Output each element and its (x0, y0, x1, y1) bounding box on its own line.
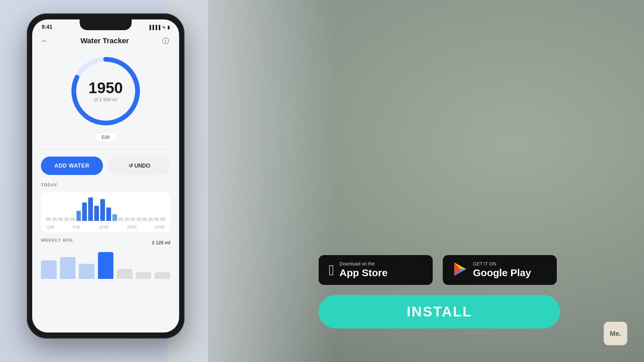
weekly-bar (155, 272, 170, 279)
today-bar (82, 202, 87, 221)
today-bar (137, 218, 141, 221)
me-badge-label: Me. (610, 330, 621, 338)
battery-icon: ▮ (167, 25, 170, 30)
weekly-header: WEEKLY AVG. 2 125 ml (41, 238, 170, 247)
apple-icon:  (329, 263, 334, 278)
phone-frame: 9:41 ▐▐▐▐ ∿ ▮ ← Water Tracker ⓘ (27, 13, 184, 339)
today-bar (52, 218, 57, 221)
weekly-value: 2 125 ml (152, 240, 170, 245)
app-header: ← Water Tracker ⓘ (32, 33, 179, 51)
app-store-small-text: Download on the (339, 261, 387, 267)
today-bar (58, 218, 63, 221)
phone-notch (80, 19, 132, 30)
status-icons: ▐▐▐▐ ∿ ▮ (148, 25, 170, 30)
weekly-bar (79, 264, 95, 279)
signal-icon: ▐▐▐▐ (148, 25, 160, 30)
water-progress-circle: 1950 of 2 500 ml (69, 54, 143, 128)
app-store-text: Download on the App Store (339, 261, 387, 279)
today-bar (88, 197, 93, 221)
chart-time-label: 12:00 (99, 225, 108, 229)
undo-button[interactable]: ↺ UNDO (108, 157, 170, 175)
today-bar (64, 218, 69, 221)
google-play-icon (453, 262, 468, 279)
today-bar (94, 206, 99, 221)
today-section-title: TODAY (41, 182, 170, 187)
app-store-big-text: App Store (339, 267, 387, 279)
today-bar (106, 207, 111, 221)
today-bar (76, 211, 81, 221)
status-time: 9:41 (42, 24, 52, 30)
install-button[interactable]: INSTALL (319, 295, 560, 328)
chart-time-label: 6:00 (73, 225, 80, 229)
weekly-bar (98, 252, 114, 279)
today-bar (160, 218, 165, 221)
today-bar (143, 218, 147, 221)
screen-title: Water Tracker (80, 37, 129, 45)
today-chart: 0:006:0012:0018:0024:00 (41, 192, 170, 232)
today-bar (112, 214, 117, 221)
action-buttons: ADD WATER ↺ UNDO (32, 149, 179, 182)
chart-time-label: 18:00 (127, 225, 137, 229)
weekly-bars (41, 252, 170, 279)
google-play-button[interactable]: GET IT ON Google Play (443, 255, 557, 285)
weekly-section: WEEKLY AVG. 2 125 ml (32, 238, 179, 279)
app-store-button[interactable]:  Download on the App Store (319, 255, 433, 285)
edit-button[interactable]: Edit (94, 132, 117, 142)
google-play-small-text: GET IT ON (473, 261, 531, 267)
weekly-title: WEEKLY AVG. (41, 238, 74, 243)
phone-screen: 9:41 ▐▐▐▐ ∿ ▮ ← Water Tracker ⓘ (32, 19, 179, 333)
today-chart-bars (46, 199, 165, 222)
water-circle-container: 1950 of 2 500 ml Edit (32, 51, 179, 149)
weekly-bar (117, 269, 132, 279)
today-bar (100, 199, 105, 221)
google-play-text: GET IT ON Google Play (473, 261, 531, 279)
today-chart-labels: 0:006:0012:0018:0024:00 (46, 225, 165, 229)
chart-time-label: 0:00 (47, 225, 54, 229)
back-button[interactable]: ← (41, 37, 48, 45)
today-bar (124, 218, 129, 221)
weekly-bar (136, 272, 152, 279)
weekly-bar (41, 260, 57, 279)
google-play-big-text: Google Play (473, 267, 531, 279)
info-button[interactable]: ⓘ (161, 36, 170, 46)
today-chart-section: TODAY 0:006:0012:0018:0024:00 (32, 182, 179, 238)
today-bar (148, 218, 153, 221)
today-bar (46, 218, 51, 221)
today-bar (70, 218, 75, 221)
circle-center: 1950 of 2 500 ml (89, 80, 123, 102)
store-buttons:  Download on the App Store GET IT ON Go… (319, 255, 644, 285)
weekly-bar (60, 257, 76, 279)
water-goal: of 2 500 ml (89, 97, 123, 102)
wifi-icon: ∿ (162, 25, 166, 30)
today-bar (130, 218, 135, 221)
me-badge: Me. (604, 322, 627, 345)
cta-section:  Download on the App Store GET IT ON Go… (208, 0, 644, 362)
today-bar (118, 218, 123, 221)
water-value: 1950 (89, 80, 123, 96)
phone-mockup: 9:41 ▐▐▐▐ ∿ ▮ ← Water Tracker ⓘ (27, 13, 184, 339)
chart-time-label: 24:00 (155, 225, 164, 229)
add-water-button[interactable]: ADD WATER (41, 157, 103, 175)
today-bar (154, 218, 159, 221)
